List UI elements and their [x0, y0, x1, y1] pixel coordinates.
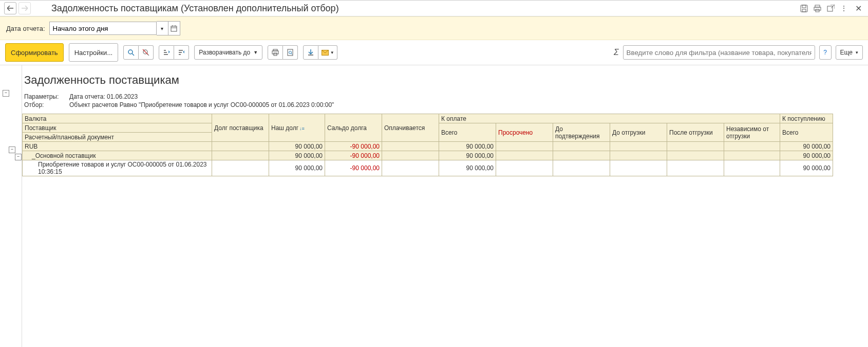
- more-label: Еще: [840, 49, 853, 56]
- col-to-pay[interactable]: К оплате: [439, 114, 780, 123]
- cell-torecv: 90 000,00: [780, 160, 833, 176]
- filter-input[interactable]: [623, 45, 815, 60]
- date-input[interactable]: [49, 22, 157, 35]
- svg-rect-3: [815, 5, 820, 7]
- table-row[interactable]: Приобретение товаров и услуг ОС00-000005…: [23, 160, 833, 176]
- svg-rect-0: [801, 5, 807, 12]
- svg-line-21: [291, 53, 292, 54]
- cell-name: Приобретение товаров и услуг ОС00-000005…: [23, 160, 212, 176]
- col-doc[interactable]: Расчетный/плановый документ: [23, 133, 212, 142]
- filter-value: Объект расчетов Равно "Приобретение това…: [69, 101, 334, 108]
- find-icon[interactable]: [123, 45, 139, 60]
- date-label: Дата отчета:: [6, 25, 45, 32]
- expand-to-label: Разворачивать до: [199, 49, 250, 56]
- collapse-handle-3[interactable]: −: [15, 154, 22, 160]
- preview-button[interactable]: [283, 45, 298, 60]
- col-indep[interactable]: Независимо от отгрузки: [724, 123, 780, 142]
- col-supplier-debt[interactable]: Долг поставщика: [212, 114, 269, 142]
- page-title: Задолженность поставщикам (Установлен до…: [51, 3, 339, 14]
- nav-forward-button[interactable]: [18, 2, 31, 14]
- svg-line-12: [132, 53, 134, 56]
- cell-topay: 90 000,00: [439, 151, 496, 160]
- open-new-icon[interactable]: [826, 4, 835, 13]
- col-supplier[interactable]: Поставщик: [23, 123, 212, 133]
- svg-point-11: [128, 50, 133, 54]
- sigma-icon[interactable]: Σ: [614, 48, 619, 57]
- report-title: Задолженность поставщикам: [24, 74, 868, 87]
- cell-our-debt: 90 000,00: [269, 142, 325, 151]
- titlebar: Задолженность поставщикам (Установлен до…: [0, 1, 868, 16]
- col-total[interactable]: Всего: [439, 123, 496, 142]
- cell-our-debt: 90 000,00: [269, 160, 325, 176]
- col-overdue[interactable]: Просрочено: [496, 123, 553, 142]
- outline-gutter: − − −: [0, 65, 22, 347]
- report-body: Задолженность поставщикам Параметры: Дат…: [22, 65, 868, 347]
- sort-indicator-icon: ↓≡: [299, 126, 305, 131]
- print-icon[interactable]: [813, 4, 822, 13]
- more-dropdown[interactable]: Еще ▾: [836, 45, 863, 60]
- help-button[interactable]: ?: [819, 45, 832, 60]
- print-button[interactable]: [268, 45, 283, 60]
- col-balance[interactable]: Сальдо долга: [325, 114, 382, 142]
- col-paying[interactable]: Оплачивается: [382, 114, 439, 142]
- svg-rect-4: [814, 7, 821, 10]
- date-calendar-button[interactable]: [168, 21, 180, 35]
- cell-name: _Основной поставщик: [23, 151, 212, 160]
- expand-to-dropdown[interactable]: Разворачивать до ▼: [194, 45, 262, 60]
- col-our-debt[interactable]: Наш долг ↓≡: [269, 114, 325, 142]
- report-area: − − − Задолженность поставщикам Параметр…: [0, 65, 868, 347]
- expand-all-icon[interactable]: [174, 45, 189, 60]
- svg-rect-1: [802, 5, 806, 8]
- collapse-handle-1[interactable]: −: [3, 90, 9, 97]
- cell-torecv: 90 000,00: [780, 142, 833, 151]
- cell-torecv: 90 000,00: [780, 151, 833, 160]
- close-icon[interactable]: ✕: [853, 3, 864, 14]
- email-button[interactable]: ▼: [318, 45, 337, 60]
- svg-rect-6: [827, 6, 833, 11]
- col-total-recv[interactable]: Всего: [780, 123, 833, 142]
- filter-band: Дата отчета: ▾: [0, 16, 868, 40]
- table-row[interactable]: _Основной поставщик 90 000,00 -90 000,00…: [23, 151, 833, 160]
- col-after-ship[interactable]: После отгрузки: [667, 123, 724, 142]
- cell-balance: -90 000,00: [325, 160, 382, 176]
- collapse-handle-2[interactable]: −: [9, 147, 15, 153]
- report-window: Задолженность поставщикам (Установлен до…: [0, 0, 868, 347]
- col-before-ship[interactable]: До отгрузки: [610, 123, 667, 142]
- toolbar: Сформировать Настройки... Разворачивать …: [0, 40, 868, 65]
- svg-point-20: [289, 51, 292, 54]
- nav-back-button[interactable]: [4, 2, 16, 14]
- save-report-button[interactable]: [303, 45, 318, 60]
- col-before-confirm[interactable]: До подтверждения: [553, 123, 610, 142]
- cell-balance: -90 000,00: [325, 142, 382, 151]
- date-dropdown-button[interactable]: ▾: [157, 21, 168, 35]
- svg-rect-7: [171, 26, 177, 31]
- cell-topay: 90 000,00: [439, 160, 496, 176]
- filter-label: Отбор:: [24, 101, 60, 108]
- cell-topay: 90 000,00: [439, 142, 496, 151]
- cell-name: RUB: [23, 142, 212, 151]
- params-value: Дата отчета: 01.06.2023: [69, 93, 138, 100]
- table-row[interactable]: RUB 90 000,00 -90 000,00 90 000,00 90 00…: [23, 142, 833, 151]
- params-label: Параметры:: [24, 93, 60, 100]
- find-prev-icon[interactable]: [139, 45, 154, 60]
- col-currency[interactable]: Валюта: [23, 114, 212, 123]
- col-to-receive[interactable]: К поступлению: [780, 114, 833, 123]
- settings-button[interactable]: Настройки...: [69, 43, 119, 62]
- svg-rect-17: [272, 51, 278, 54]
- kebab-icon[interactable]: ⋮: [839, 4, 848, 13]
- svg-rect-2: [802, 9, 806, 12]
- generate-button[interactable]: Сформировать: [5, 43, 64, 62]
- report-table: Валюта Долг поставщика Наш долг ↓≡ Сальд…: [22, 114, 833, 176]
- cell-our-debt: 90 000,00: [269, 151, 325, 160]
- save-icon[interactable]: [799, 4, 808, 13]
- collapse-all-icon[interactable]: [159, 45, 174, 60]
- cell-balance: -90 000,00: [325, 151, 382, 160]
